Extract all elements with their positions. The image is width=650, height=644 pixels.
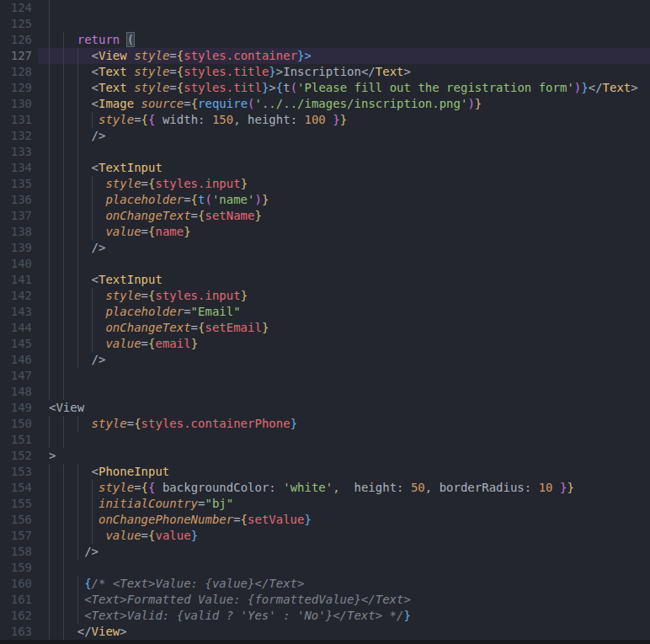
indent-guide	[63, 144, 64, 160]
line-number[interactable]: 131	[0, 112, 32, 128]
code-text: >	[49, 448, 56, 464]
line-number[interactable]: 152	[0, 448, 32, 464]
token-bb: }	[269, 65, 275, 78]
token-num: 50	[411, 481, 425, 494]
token-fg	[49, 513, 99, 526]
code-line[interactable]: 127 <View style={styles.container}>	[0, 48, 650, 64]
line-number[interactable]: 135	[0, 176, 32, 192]
token-bg: {	[141, 481, 148, 494]
line-number[interactable]: 142	[0, 288, 32, 304]
code-line[interactable]: 155 initialCountry="bj"	[0, 496, 650, 512]
line-number[interactable]: 138	[0, 224, 32, 240]
code-line[interactable]: 141 <TextInput	[0, 272, 650, 288]
code-line[interactable]: 146 />	[0, 352, 650, 368]
line-number[interactable]: 150	[0, 416, 32, 432]
line-number[interactable]: 126	[0, 32, 32, 48]
token-num: 100	[305, 113, 326, 126]
code-line[interactable]: 137 onChangeText={setName}	[0, 208, 650, 224]
token-var: name	[155, 225, 184, 238]
code-line[interactable]: 151	[0, 432, 650, 448]
code-line[interactable]: 156 onChangePhoneNumber={setValue}	[0, 512, 650, 528]
code-line[interactable]: 145 value={email}	[0, 336, 650, 352]
line-number[interactable]: 151	[0, 432, 32, 448]
code-text: value={email}	[49, 336, 198, 352]
code-line[interactable]: 161 <Text>Formatted Value: {formattedVal…	[0, 592, 650, 608]
line-number[interactable]: 163	[0, 624, 32, 640]
code-line[interactable]: 126 return (	[0, 32, 650, 48]
line-number[interactable]: 146	[0, 352, 32, 368]
code-line[interactable]: 149<View	[0, 400, 650, 416]
line-number[interactable]: 161	[0, 592, 32, 608]
line-number[interactable]: 137	[0, 208, 32, 224]
code-line[interactable]: 142 style={styles.input}	[0, 288, 650, 304]
code-line[interactable]: 133	[0, 144, 650, 160]
line-number[interactable]: 143	[0, 304, 32, 320]
line-number[interactable]: 147	[0, 368, 32, 384]
token-fg	[326, 113, 333, 126]
code-line[interactable]: 134 <TextInput	[0, 160, 650, 176]
line-number[interactable]: 157	[0, 528, 32, 544]
line-number[interactable]: 139	[0, 240, 32, 256]
token-fg	[49, 417, 92, 430]
line-number[interactable]: 127	[0, 48, 32, 64]
code-text: {/* <Text>Value: {value}</Text>	[49, 576, 304, 592]
code-line[interactable]: 153 <PhoneInput	[0, 464, 650, 480]
token-bg: {	[191, 193, 198, 206]
line-number[interactable]: 155	[0, 496, 32, 512]
code-line[interactable]: 147	[0, 368, 650, 384]
code-line[interactable]: 124	[0, 0, 650, 16]
line-number[interactable]: 130	[0, 96, 32, 112]
code-line[interactable]: 140	[0, 256, 650, 272]
line-number[interactable]: 158	[0, 544, 32, 560]
code-line[interactable]: 163 </View>	[0, 624, 650, 640]
token-fg: />	[49, 241, 105, 254]
line-number[interactable]: 154	[0, 480, 32, 496]
code-line[interactable]: 150 style={styles.containerPhone}	[0, 416, 650, 432]
line-number[interactable]: 125	[0, 16, 32, 32]
line-number[interactable]: 140	[0, 256, 32, 272]
code-line[interactable]: 158 />	[0, 544, 650, 560]
code-line[interactable]: 152>	[0, 448, 650, 464]
code-line[interactable]: 125	[0, 16, 650, 32]
line-number[interactable]: 153	[0, 464, 32, 480]
code-line[interactable]: 138 value={name}	[0, 224, 650, 240]
line-number[interactable]: 160	[0, 576, 32, 592]
line-number[interactable]: 148	[0, 384, 32, 400]
code-line[interactable]: 132 />	[0, 128, 650, 144]
line-number[interactable]: 144	[0, 320, 32, 336]
line-number[interactable]: 136	[0, 192, 32, 208]
code-line[interactable]: 144 onChangeText={setEmail}	[0, 320, 650, 336]
line-number[interactable]: 133	[0, 144, 32, 160]
line-number[interactable]: 145	[0, 336, 32, 352]
token-fg: =	[184, 305, 190, 318]
code-line[interactable]: 143 placeholder="Email"	[0, 304, 650, 320]
line-number[interactable]: 134	[0, 160, 32, 176]
line-number[interactable]: 129	[0, 80, 32, 96]
line-number[interactable]: 132	[0, 128, 32, 144]
code-line[interactable]: 160 {/* <Text>Value: {value}</Text>	[0, 576, 650, 592]
code-line[interactable]: 135 style={styles.input}	[0, 176, 650, 192]
line-number[interactable]: 149	[0, 400, 32, 416]
code-line[interactable]: 131 style={{ width: 150, height: 100 }}	[0, 112, 650, 128]
line-number[interactable]: 141	[0, 272, 32, 288]
code-line[interactable]: 148	[0, 384, 650, 400]
code-text: style={styles.containerPhone}	[49, 416, 297, 432]
line-number[interactable]: 162	[0, 608, 32, 624]
code-text: style={{ backgroundColor: 'white', heigh…	[49, 480, 574, 496]
code-line[interactable]: 157 value={value}	[0, 528, 650, 544]
code-text: return (	[49, 32, 134, 48]
code-line[interactable]: 162 <Text>Valid: {valid ? 'Yes' : 'No'}<…	[0, 608, 650, 624]
line-number[interactable]: 156	[0, 512, 32, 528]
code-line[interactable]: 139 />	[0, 240, 650, 256]
code-line[interactable]: 154 style={{ backgroundColor: 'white', h…	[0, 480, 650, 496]
line-number[interactable]: 128	[0, 64, 32, 80]
code-editor[interactable]: 124125126 return (127 <View style={style…	[0, 0, 650, 644]
code-line[interactable]: 128 <Text style={styles.title}>Inscripti…	[0, 64, 650, 80]
line-number[interactable]: 159	[0, 560, 32, 576]
code-line[interactable]: 136 placeholder={t('name')}	[0, 192, 650, 208]
line-number[interactable]: 124	[0, 0, 32, 16]
code-line[interactable]: 129 <Text style={styles.titl}>{t('Please…	[0, 80, 650, 96]
token-fg: =	[184, 193, 190, 206]
code-line[interactable]: 159	[0, 560, 650, 576]
code-line[interactable]: 130 <Image source={require('../../images…	[0, 96, 650, 112]
